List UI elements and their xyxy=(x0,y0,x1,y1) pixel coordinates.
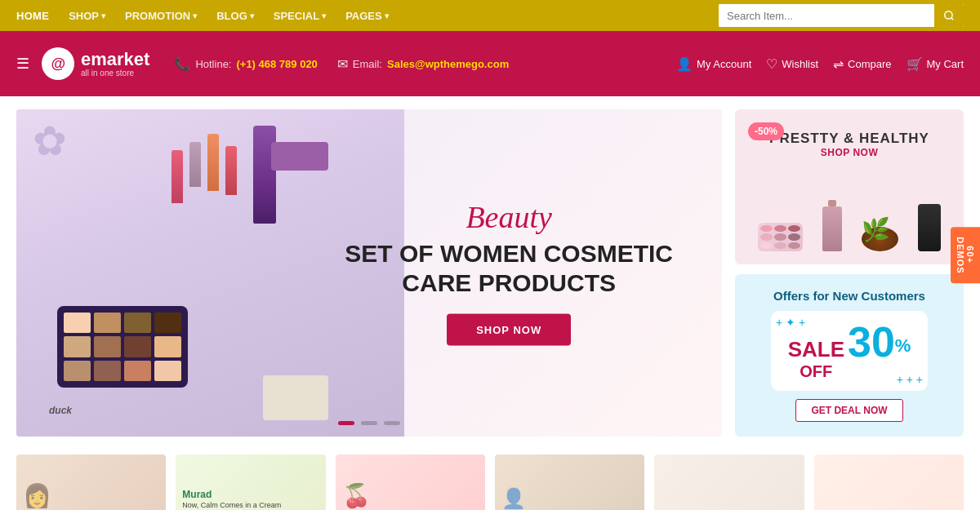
top-navigation: HOME SHOP ▾ PROMOTION ▾ BLOG ▾ SPECIAL ▾… xyxy=(0,0,980,31)
hamburger-icon[interactable]: ☰ xyxy=(16,55,29,73)
thumb-item-6[interactable] xyxy=(814,455,964,510)
cart-icon: 🛒 xyxy=(906,56,923,72)
nav-promotion[interactable]: PROMOTION ▾ xyxy=(125,10,197,22)
chevron-down-icon: ▾ xyxy=(322,11,326,20)
flower-decoration: ✿ xyxy=(33,118,67,165)
chevron-down-icon: ▾ xyxy=(385,11,389,20)
get-deal-button[interactable]: Get Deal Now xyxy=(795,399,902,422)
promo-card-beauty: -50% PRESTTY & HEALTHY SHOP NOW 🌿 xyxy=(735,109,964,264)
lipstick-2 xyxy=(189,142,201,187)
promo-products: 🌿 xyxy=(748,200,951,251)
thumb-item-4[interactable]: 👤 xyxy=(495,455,644,510)
lipstick-group xyxy=(172,134,237,203)
hero-text: Beauty SET OF WOMEN COSMETIC CARE PRODUC… xyxy=(345,201,673,345)
makeup-compact xyxy=(271,142,328,171)
slider-dot-1[interactable] xyxy=(338,421,354,425)
promo-offer-title: Offers for New Customers xyxy=(773,289,925,303)
chevron-down-icon: ▾ xyxy=(101,11,105,20)
makeup-compact-promo xyxy=(758,223,803,251)
nav-special[interactable]: SPECIAL ▾ xyxy=(274,10,326,22)
cart-link[interactable]: 🛒 My Cart xyxy=(906,56,964,72)
promo-card-offer: Offers for New Customers + ✦ + SALE OFF … xyxy=(735,274,964,437)
chevron-down-icon: ▾ xyxy=(193,11,197,20)
slider-dot-3[interactable] xyxy=(384,421,400,425)
thumb-item-5[interactable] xyxy=(654,455,804,510)
promo-shop-link[interactable]: SHOP NOW xyxy=(748,147,951,158)
logo-text: emarket all in one store xyxy=(81,51,149,78)
search-bar xyxy=(719,4,964,27)
thumb-content-3: 🍒 xyxy=(342,481,371,510)
lipstick-3 xyxy=(207,134,219,191)
thumb-content-2: Murad Now, Calm Comes in a Cream xyxy=(182,489,281,510)
search-button[interactable] xyxy=(934,4,964,27)
promo-badge: -50% xyxy=(748,122,784,140)
svg-point-0 xyxy=(945,11,952,19)
thumb-content-1: 👩 xyxy=(23,481,51,510)
heart-icon: ♡ xyxy=(766,56,777,72)
email-info: ✉ Email: Sales@wpthemego.com xyxy=(337,56,509,72)
lipstick-1 xyxy=(172,150,183,203)
demo-tab[interactable]: 60+ DEMOS xyxy=(951,227,980,283)
site-header: ☰ @ emarket all in one store 📞 Hotline: … xyxy=(0,31,980,96)
thumb-item-3[interactable]: 🍒 xyxy=(336,455,485,510)
decorative-stars-left: + ✦ + xyxy=(776,316,805,329)
right-sidebar: -50% PRESTTY & HEALTHY SHOP NOW 🌿 xyxy=(735,109,964,437)
slider-dot-2[interactable] xyxy=(361,421,377,425)
compare-link[interactable]: ⇌ Compare xyxy=(833,56,891,72)
perfume-bottle xyxy=(822,206,842,251)
search-input[interactable] xyxy=(719,4,934,27)
nav-shop[interactable]: SHOP ▾ xyxy=(69,10,105,22)
bottom-thumbnails: 👩 Murad Now, Calm Comes in a Cream 🍒 👤 xyxy=(0,450,980,510)
brand-label: duck xyxy=(49,405,72,416)
wishlist-link[interactable]: ♡ Wishlist xyxy=(766,56,818,72)
svg-line-1 xyxy=(951,18,954,20)
account-icon: 👤 xyxy=(676,56,693,72)
nav-pages[interactable]: PAGES ▾ xyxy=(345,10,389,22)
chevron-down-icon: ▾ xyxy=(250,11,254,20)
sale-block: + ✦ + SALE OFF 30% + + + xyxy=(771,311,928,391)
lipstick-4 xyxy=(225,146,237,195)
sale-text: SALE OFF 30% xyxy=(787,321,911,381)
device-shape xyxy=(918,204,941,251)
decorative-stars-right: + + + xyxy=(897,373,923,386)
main-content: ✿ xyxy=(0,96,980,450)
hero-title: SET OF WOMEN COSMETIC CARE PRODUCTS xyxy=(345,238,673,297)
thumb-item-2[interactable]: Murad Now, Calm Comes in a Cream xyxy=(176,455,325,510)
phone-icon: 📞 xyxy=(174,56,190,72)
my-account-link[interactable]: 👤 My Account xyxy=(676,56,751,72)
nav-home[interactable]: HOME xyxy=(16,10,49,22)
header-actions: 👤 My Account ♡ Wishlist ⇌ Compare 🛒 My C… xyxy=(676,56,964,72)
product-set: 🌿 xyxy=(862,204,898,251)
logo-icon: @ xyxy=(42,47,74,80)
cosmetic-display: ✿ xyxy=(24,109,377,437)
product-bottle xyxy=(253,126,276,224)
slider-dots xyxy=(338,421,400,425)
thumb-content-4: 👤 xyxy=(501,486,526,510)
logo[interactable]: @ emarket all in one store xyxy=(42,47,149,80)
hero-banner: ✿ xyxy=(16,109,722,437)
contact-info: 📞 Hotline: (+1) 468 789 020 ✉ Email: Sal… xyxy=(174,56,676,72)
hero-subtitle: Beauty xyxy=(345,201,673,232)
plant-icon: 🌿 xyxy=(862,216,890,243)
cosmetic-bag xyxy=(263,375,328,420)
compare-icon: ⇌ xyxy=(833,56,844,72)
hotline-info: 📞 Hotline: (+1) 468 789 020 xyxy=(174,56,317,72)
nav-links: HOME SHOP ▾ PROMOTION ▾ BLOG ▾ SPECIAL ▾… xyxy=(16,10,719,22)
email-icon: ✉ xyxy=(337,56,348,72)
thumb-item-1[interactable]: 👩 xyxy=(16,455,166,510)
nav-blog[interactable]: BLOG ▾ xyxy=(216,10,254,22)
hero-shop-now-button[interactable]: SHOP NOW xyxy=(447,313,571,345)
eyeshadow-palette xyxy=(57,306,188,388)
